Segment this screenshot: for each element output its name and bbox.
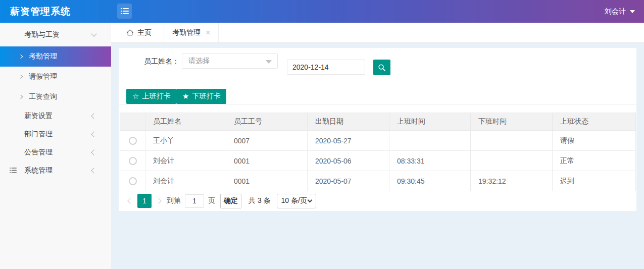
table-cell-radio xyxy=(120,151,145,171)
radio-button[interactable] xyxy=(129,177,137,185)
app-title: 薪资管理系统 xyxy=(10,0,71,23)
list-icon xyxy=(120,7,129,15)
tab-label: 考勤管理 xyxy=(172,28,201,37)
table-cell: 刘会计 xyxy=(145,151,226,171)
table-cell: 09:30:45 xyxy=(389,171,471,191)
section-divider xyxy=(119,104,636,105)
table-cell: 0001 xyxy=(226,151,308,171)
table-header-cell: 员工工号 xyxy=(226,113,308,131)
employee-select[interactable]: 请选择 xyxy=(182,53,278,69)
chevron-down-icon xyxy=(307,198,312,203)
table-cell: 19:32:12 xyxy=(471,171,553,191)
table-cell xyxy=(471,131,553,151)
pagination: 1 到第 页 确定 共 3 条 10 条/页 xyxy=(125,191,630,211)
select-placeholder: 请选择 xyxy=(188,57,210,66)
table-row: 王小丫00072020-05-27请假 xyxy=(120,131,636,151)
sidebar-top-item[interactable]: 薪资设置 xyxy=(0,107,111,125)
chevron-right-icon xyxy=(19,55,23,59)
sidebar-top-items: 薪资设置部门管理公告管理系统管理 xyxy=(0,107,111,180)
tab-home[interactable]: 主页 xyxy=(111,23,164,42)
tab-home-label: 主页 xyxy=(137,28,152,37)
sidebar-group-label: 考勤与工资 xyxy=(24,30,60,39)
table-cell: 王小丫 xyxy=(145,131,226,151)
table-row: 刘会计00012020-05-0608:33:31正常 xyxy=(120,151,636,171)
sidebar-sub-item[interactable]: 考勤管理 xyxy=(0,46,111,67)
sidebar-top-item[interactable]: 部门管理 xyxy=(0,125,111,143)
table-header-cell: 出勤日期 xyxy=(308,113,389,131)
sidebar-top-item-label: 公告管理 xyxy=(24,148,53,157)
goto-page-input[interactable] xyxy=(185,194,204,208)
chevron-down-icon xyxy=(630,10,635,13)
user-menu[interactable]: 刘会计 xyxy=(605,0,635,23)
clock-out-label: 下班打卡 xyxy=(192,92,220,101)
clock-out-button[interactable]: ★ 下班打卡 xyxy=(176,89,226,104)
table-header-cell: 上班状态 xyxy=(553,113,636,131)
table-header-cell: 上班时间 xyxy=(389,113,471,131)
search-button[interactable] xyxy=(373,60,390,75)
sidebar-sub-item-label: 工资查询 xyxy=(29,92,57,101)
chevron-left-icon xyxy=(91,113,96,119)
table-cell: 2020-05-07 xyxy=(308,171,389,191)
chevron-right-icon xyxy=(19,75,23,79)
clock-in-button[interactable]: ☆ 上班打卡 xyxy=(126,89,176,104)
sidebar-top-item-label: 系统管理 xyxy=(24,166,53,175)
table-cell: 0007 xyxy=(226,131,308,151)
next-page-icon[interactable] xyxy=(156,198,161,203)
chevron-left-icon xyxy=(91,168,96,173)
table-cell: 2020-05-27 xyxy=(308,131,389,151)
date-input[interactable] xyxy=(287,60,365,75)
table-header-radio xyxy=(120,113,145,131)
radio-button[interactable] xyxy=(129,157,137,165)
table-cell: 请假 xyxy=(553,131,636,151)
chevron-left-icon xyxy=(91,131,96,137)
table-cell: 刘会计 xyxy=(145,171,226,191)
sidebar-toggle-button[interactable] xyxy=(117,4,132,19)
table-cell: 迟到 xyxy=(553,171,636,191)
chevron-down-icon xyxy=(91,31,96,36)
chevron-left-icon xyxy=(91,149,96,155)
table-header-cell: 下班时间 xyxy=(471,113,553,131)
table-header-row: 员工姓名员工工号出勤日期上班时间下班时间上班状态 xyxy=(120,113,636,131)
sidebar-top-item[interactable]: 公告管理 xyxy=(0,143,111,162)
user-name: 刘会计 xyxy=(605,7,626,16)
sidebar-sub-item[interactable]: 工资查询 xyxy=(0,87,111,107)
table-cell-radio xyxy=(120,131,145,151)
table-cell: 0001 xyxy=(226,171,308,191)
goto-suffix-label: 页 xyxy=(208,196,215,205)
confirm-button[interactable]: 确定 xyxy=(220,194,241,208)
attendance-table: 员工姓名员工工号出勤日期上班时间下班时间上班状态 王小丫00072020-05-… xyxy=(120,113,636,191)
sidebar: 考勤与工资 考勤管理请假管理工资查询 薪资设置部门管理公告管理系统管理 xyxy=(0,23,111,269)
list-icon xyxy=(9,167,17,176)
page-size-label: 10 条/页 xyxy=(281,196,307,205)
table-cell xyxy=(389,131,471,151)
sidebar-sub-items: 考勤管理请假管理工资查询 xyxy=(0,46,111,107)
table-header-cell: 员工姓名 xyxy=(145,113,226,131)
radio-button[interactable] xyxy=(129,137,137,145)
table-cell: 正常 xyxy=(553,151,636,171)
table-cell: 2020-05-06 xyxy=(308,151,389,171)
home-icon xyxy=(126,29,134,36)
sidebar-group-attendance-salary[interactable]: 考勤与工资 xyxy=(0,23,111,46)
sidebar-top-item-label: 部门管理 xyxy=(24,130,53,139)
tab-bar: 主页 考勤管理 × xyxy=(111,23,644,43)
sidebar-sub-item-label: 考勤管理 xyxy=(29,52,57,61)
sidebar-sub-item-label: 请假管理 xyxy=(29,72,57,81)
page-size-select[interactable]: 10 条/页 xyxy=(277,194,316,208)
table-cell: 08:33:31 xyxy=(389,151,471,171)
tab-attendance[interactable]: 考勤管理 × xyxy=(164,23,219,42)
table-cell-radio xyxy=(120,171,145,191)
table-cell xyxy=(471,151,553,171)
prev-page-icon[interactable] xyxy=(127,198,133,203)
goto-prefix-label: 到第 xyxy=(167,196,181,205)
table-row: 刘会计00012020-05-0709:30:4519:32:12迟到 xyxy=(120,171,636,191)
total-count-label: 共 3 条 xyxy=(249,196,271,205)
app-header: 薪资管理系统 刘会计 xyxy=(0,0,644,23)
star-outline-icon: ☆ xyxy=(132,92,139,101)
employee-name-label: 员工姓名： xyxy=(144,53,179,69)
clock-in-label: 上班打卡 xyxy=(142,92,170,101)
sidebar-sub-item[interactable]: 请假管理 xyxy=(0,67,111,87)
sidebar-top-item-label: 薪资设置 xyxy=(24,112,53,121)
page-number-button[interactable]: 1 xyxy=(137,194,152,208)
sidebar-top-item[interactable]: 系统管理 xyxy=(0,162,111,180)
close-icon[interactable]: × xyxy=(206,29,210,37)
